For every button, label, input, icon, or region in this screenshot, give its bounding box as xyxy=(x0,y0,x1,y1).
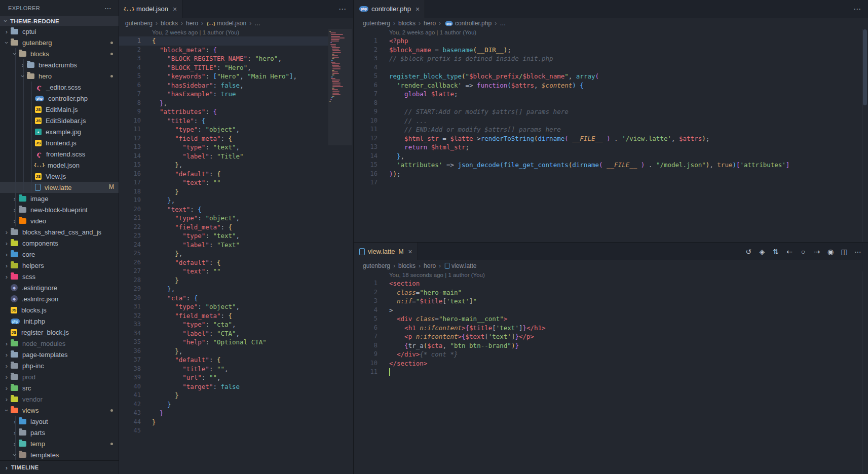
chevron-right-icon[interactable]: › xyxy=(11,429,18,437)
code-line[interactable]: 33 "type": "cta", xyxy=(119,320,353,329)
tree-item-vendor[interactable]: ›vendor xyxy=(0,393,119,405)
code-line[interactable]: 7 global $latte; xyxy=(354,90,868,99)
code-line[interactable]: 6 'render_callback' => function($attrs, … xyxy=(354,81,868,90)
code-line[interactable]: 14 }, xyxy=(354,152,868,161)
chevron-right-icon[interactable]: › xyxy=(11,195,18,203)
chevron-right-icon[interactable]: › xyxy=(3,240,10,247)
code-line[interactable]: 15 }, xyxy=(119,161,353,170)
code-line[interactable]: 39 "url": "", xyxy=(119,373,353,382)
tree-item-editmain-js[interactable]: ›JSEditMain.js xyxy=(0,104,119,115)
code-line[interactable]: 8 {tr_a($cta, "btn btn--brand")} xyxy=(354,341,868,350)
tree-item-prod[interactable]: ›prod xyxy=(0,371,119,382)
tree-item-parts[interactable]: ›parts xyxy=(0,427,119,438)
code-line[interactable]: 17 "text": "" xyxy=(119,178,353,187)
code-line[interactable]: 1<?php xyxy=(354,36,868,46)
code-line[interactable]: 3// $block_prefix is defined inside init… xyxy=(354,54,868,63)
tree-item-controller-php[interactable]: ›phpcontroller.php xyxy=(0,93,119,104)
code-line[interactable]: 11 // END:Add or modify $attrs[] params … xyxy=(354,125,868,134)
timeline-history-icon[interactable]: ↺ xyxy=(744,248,752,256)
code-line[interactable]: 10 // ... xyxy=(354,116,868,126)
code-line[interactable]: 3 "BLOCK_REGISTER_NAME": "hero", xyxy=(119,54,353,63)
tab-controller-php[interactable]: php controller.php × xyxy=(354,0,425,18)
tree-item-breadcrumbs[interactable]: ›breadcrumbs xyxy=(0,59,119,70)
tree-item-editsidebar-js[interactable]: ›JSEditSidebar.js xyxy=(0,115,119,126)
tree-item--eslintignore[interactable]: ›◆.eslintignore xyxy=(0,282,119,293)
code-line[interactable]: 4 xyxy=(354,63,868,72)
tree-item-blocks-js[interactable]: ›JSblocks.js xyxy=(0,304,119,315)
breadcrumb-item[interactable]: hero xyxy=(186,20,198,27)
code-line[interactable]: 5 "keywords": ["Hero", "Main Hero"], xyxy=(119,72,353,81)
tree-item-view-js[interactable]: ›JSView.js xyxy=(0,171,119,182)
code-line[interactable]: 22 "field_meta": { xyxy=(119,223,353,232)
tree-item-video[interactable]: ›video xyxy=(0,215,119,226)
code-line[interactable]: 40 "target": false xyxy=(119,382,353,391)
code-line[interactable]: 6 <h1 n:ifcontent>{$title['text']}</h1> xyxy=(354,324,868,333)
tree-item-frontend-js[interactable]: ›JSfrontend.js xyxy=(0,137,119,148)
code-line[interactable]: 29 }, xyxy=(119,285,353,294)
tree-item--eslintrc-json[interactable]: ›◆.eslintrc.json xyxy=(0,293,119,304)
tree-item-gutenberg[interactable]: ›gutenberg xyxy=(0,37,119,48)
tree-item-view-latte[interactable]: ›view.latteM xyxy=(0,182,119,193)
code-line[interactable]: 5register_block_type("$block_prefix/$blo… xyxy=(354,72,868,81)
code-line[interactable]: 4> xyxy=(354,306,868,315)
code-line[interactable]: 18 } xyxy=(119,187,353,196)
chevron-right-icon[interactable]: › xyxy=(3,351,10,359)
tree-item-templates[interactable]: ›templates xyxy=(0,449,119,460)
code-line[interactable]: 1{ xyxy=(119,36,328,46)
code-line[interactable]: 44} xyxy=(119,418,353,427)
code-line[interactable]: 12 "field_meta": { xyxy=(119,134,353,143)
tree-item-node-modules[interactable]: ›node_modules xyxy=(0,338,119,349)
breadcrumb-item[interactable]: gutenberg xyxy=(363,20,390,27)
close-icon[interactable]: × xyxy=(408,248,412,256)
chevron-down-icon[interactable]: › xyxy=(19,72,27,80)
tree-item-cptui[interactable]: ›cptui xyxy=(0,26,119,37)
code-line[interactable]: 13 "type": "text", xyxy=(119,143,353,152)
git-compare-icon[interactable]: ⇅ xyxy=(772,248,780,256)
code-line[interactable]: 2 class="hero-main" xyxy=(354,288,868,297)
code-line[interactable]: 30 "cta": { xyxy=(119,294,353,303)
breadcrumb-symbol-tail[interactable]: … xyxy=(254,20,260,27)
code-line[interactable]: 7 <p n:ifcontent>{$text['text']}</p> xyxy=(354,332,868,341)
tree-item-layout[interactable]: ›layout xyxy=(0,416,119,427)
tree-item-php-inc[interactable]: ›php-inc xyxy=(0,360,119,371)
code-line[interactable]: 3 n:if="$title['text']" xyxy=(354,297,868,306)
chevron-right-icon[interactable]: › xyxy=(19,61,26,69)
chevron-down-icon[interactable]: › xyxy=(11,451,19,458)
split-editor-icon[interactable]: ◫ xyxy=(840,248,848,256)
tree-item-new-block-blueprint[interactable]: ›new-block-blueprint xyxy=(0,204,119,215)
close-icon[interactable]: × xyxy=(416,5,420,13)
code-line[interactable]: 24 "label": "Text" xyxy=(119,241,353,250)
chevron-right-icon[interactable]: › xyxy=(3,396,10,403)
chevron-right-icon[interactable]: › xyxy=(3,273,10,281)
code-line[interactable]: 2$block_name = basename(__DIR__); xyxy=(354,46,868,55)
code-line[interactable]: 32 "field_meta": { xyxy=(119,311,353,321)
code-line[interactable]: 2 "block_meta": { xyxy=(119,46,353,55)
minimap[interactable] xyxy=(328,29,352,191)
code-line[interactable]: 6 "hasSidebar": false, xyxy=(119,81,353,90)
close-icon[interactable]: × xyxy=(173,5,177,13)
code-line[interactable]: 12 $html_str = $latte->renderToString(di… xyxy=(354,134,868,143)
code-line[interactable]: 36 }, xyxy=(119,347,353,356)
code-line[interactable]: 25 }, xyxy=(119,249,353,258)
tree-item-example-jpg[interactable]: ›▴example.jpg xyxy=(0,126,119,137)
code-line[interactable]: 11 xyxy=(354,368,868,377)
code-line[interactable]: 27 "text": "" xyxy=(119,267,353,276)
code-line[interactable]: 34 "label": "CTA", xyxy=(119,329,353,338)
tree-item-hero[interactable]: ›hero xyxy=(0,70,119,82)
code-line[interactable]: 35 "help": "Optional CTA" xyxy=(119,338,353,347)
chevron-right-icon[interactable]: › xyxy=(3,228,10,236)
breadcrumb-item[interactable]: hero xyxy=(424,262,436,269)
chevron-down-icon[interactable]: › xyxy=(3,407,11,414)
breadcrumb-file[interactable]: model.json xyxy=(217,20,246,27)
code-line[interactable]: 17 xyxy=(354,178,868,187)
scrollbar-thumb[interactable] xyxy=(863,29,867,105)
tree-item-blocks-shared-css-and-js[interactable]: ›blocks_shared_css_and_js xyxy=(0,226,119,238)
code-line[interactable]: 20 "text": { xyxy=(119,205,353,214)
breadcrumb-item[interactable]: hero xyxy=(424,20,436,27)
code-line[interactable]: 10</section> xyxy=(354,359,868,368)
breadcrumb-file[interactable]: view.latte xyxy=(451,262,476,269)
tree-item-model-json[interactable]: ›{..}model.json xyxy=(0,160,119,171)
breadcrumb-item[interactable]: blocks xyxy=(161,20,178,27)
code-line[interactable]: 31 "type": "object", xyxy=(119,302,353,311)
more-actions-icon[interactable]: ⋯ xyxy=(854,248,862,256)
